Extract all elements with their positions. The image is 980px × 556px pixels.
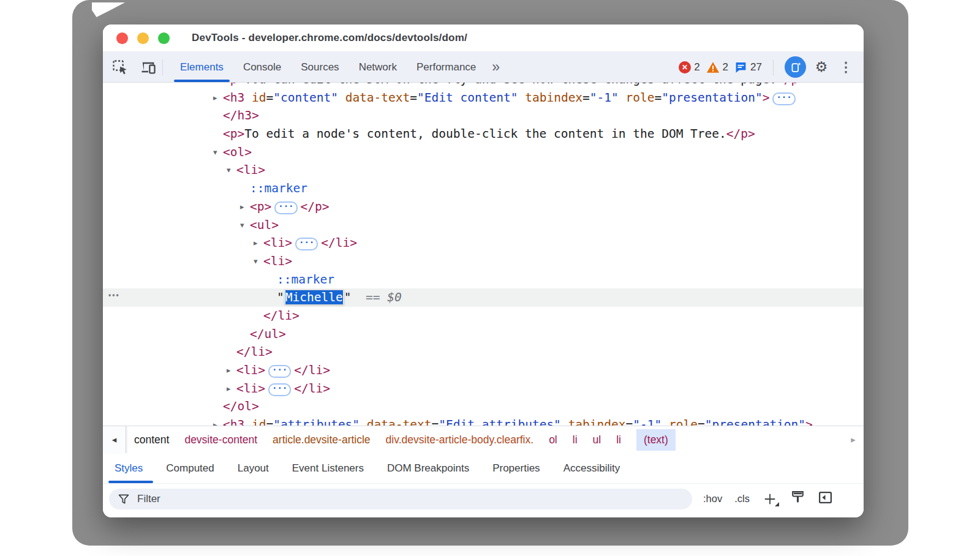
sidebar-tab-event-listeners[interactable]: Event Listeners (281, 453, 375, 483)
dom-tree-line[interactable]: </li> (103, 343, 864, 361)
device-toolbar-icon[interactable] (139, 58, 157, 77)
code-token (351, 290, 365, 304)
code-token (518, 91, 525, 105)
expand-arrow-icon[interactable]: ▸ (227, 380, 236, 398)
gear-icon[interactable]: ⚙ (812, 58, 831, 77)
node-options-dots-icon[interactable]: ••• (108, 287, 120, 305)
traffic-lights (116, 32, 170, 44)
code-token: <li> (263, 254, 292, 268)
expand-arrow-icon[interactable]: ▸ (213, 416, 223, 426)
sidebar-tab-styles[interactable]: Styles (113, 453, 154, 483)
breadcrumb-item[interactable]: content (134, 434, 169, 446)
expand-arrow-icon[interactable]: ▸ (254, 234, 263, 252)
breadcrumb-item[interactable]: ul (593, 434, 601, 446)
dom-tree-selected-node[interactable]: •••"Michelle" == $0 (103, 288, 864, 307)
dom-tree-line[interactable]: </li> (103, 307, 864, 325)
breadcrumb-item[interactable]: ol (549, 434, 557, 446)
collapse-arrow-icon[interactable]: ▾ (227, 161, 236, 179)
selected-text: Michelle (285, 290, 343, 304)
sidebar-tab-properties[interactable]: Properties (481, 453, 551, 483)
dom-tree-line[interactable]: ▾<li> (103, 161, 864, 179)
code-token: <h3 (223, 418, 244, 426)
funnel-icon (118, 493, 130, 505)
warning-badge[interactable]: 2 (706, 61, 728, 73)
dom-tree-line[interactable]: </ol> (103, 397, 864, 416)
code-token: <ul> (250, 218, 279, 232)
error-badge[interactable]: ✕ 2 (679, 61, 699, 73)
devtools-toolbar: ElementsConsoleSourcesNetworkPerformance… (103, 52, 864, 83)
more-tabs-icon[interactable]: » (486, 59, 504, 75)
dom-tree-line[interactable]: ▾<ul> (103, 216, 864, 235)
collapse-arrow-icon[interactable]: ▾ (240, 216, 250, 235)
expand-inline-icon[interactable]: ··· (295, 238, 318, 250)
code-token: "presentation" (705, 418, 805, 426)
dom-tree-line[interactable]: <p>To edit a node's content, double-clic… (103, 125, 864, 143)
error-icon: ✕ (679, 61, 691, 73)
new-style-rule-icon[interactable] (762, 491, 778, 507)
issues-badge[interactable]: 27 (734, 61, 762, 73)
sidebar-tab-layout[interactable]: Layout (226, 453, 281, 483)
sidebar-tab-accessibility[interactable]: Accessibility (552, 453, 632, 483)
expand-inline-icon[interactable]: ··· (268, 365, 291, 378)
expand-inline-icon[interactable]: ··· (274, 201, 297, 214)
dom-tree-line[interactable]: ▸<h3 id="content" data-text="Edit conten… (103, 89, 864, 107)
panel-tab-sources[interactable]: Sources (291, 52, 349, 82)
dom-tree-line[interactable]: <p>You can edit the DOM on the fly and s… (103, 83, 864, 89)
screenshot-stage: DevTools - developer.chrome.com/docs/dev… (0, 0, 980, 556)
collapse-arrow-icon[interactable]: ▾ (213, 143, 223, 162)
code-token: " (344, 290, 352, 304)
expand-inline-icon[interactable]: ··· (772, 92, 795, 105)
toggle-sidebar-icon[interactable] (818, 490, 833, 508)
dom-tree-line[interactable]: ▸<p>···</p> (103, 198, 864, 216)
code-token: $0 (387, 290, 401, 304)
expand-arrow-icon[interactable]: ▸ (240, 198, 250, 216)
code-token: "Edit attributes" (439, 418, 561, 426)
ai-assistant-icon[interactable] (785, 56, 806, 78)
filter-input[interactable] (137, 493, 687, 505)
dom-tree-line[interactable]: ▸<li>···</li> (103, 361, 864, 380)
sidebar-tab-computed[interactable]: Computed (154, 453, 225, 483)
dom-tree-line[interactable]: ::marker (103, 179, 864, 198)
minimize-window-button[interactable] (137, 32, 149, 44)
dom-tree-line[interactable]: ▸<li>···</li> (103, 380, 864, 398)
dom-tree-line[interactable]: ▸<h3 id="attributes" data-text="Edit att… (103, 416, 864, 426)
toggle-class-button[interactable]: .cls (734, 493, 750, 505)
style-filter-field[interactable] (109, 489, 692, 509)
expand-inline-icon[interactable]: ··· (268, 383, 291, 396)
expand-arrow-icon[interactable]: ▸ (213, 89, 223, 107)
close-window-button[interactable] (116, 32, 128, 44)
collapse-arrow-icon[interactable]: ▾ (254, 252, 263, 271)
window-title: DevTools - developer.chrome.com/docs/dev… (192, 32, 467, 44)
kebab-menu-icon[interactable]: ⋮ (837, 59, 855, 75)
panel-tab-performance[interactable]: Performance (407, 52, 486, 82)
breadcrumb-item[interactable]: li (616, 434, 621, 446)
dom-tree-line[interactable]: </h3> (103, 107, 864, 125)
rendering-icon[interactable] (790, 490, 805, 508)
panel-tab-elements[interactable]: Elements (170, 52, 233, 82)
breadcrumb-item[interactable]: devsite-content (184, 434, 257, 446)
breadcrumb-item[interactable]: (text) (636, 429, 676, 451)
zoom-window-button[interactable] (158, 32, 170, 44)
code-token: <p> (223, 83, 244, 86)
issues-count: 27 (750, 61, 762, 73)
expand-arrow-icon[interactable]: ▸ (227, 361, 236, 380)
panel-tab-console[interactable]: Console (233, 52, 291, 82)
crumb-scroll-left-button[interactable]: ◂ (103, 426, 126, 453)
panel-tab-network[interactable]: Network (349, 52, 407, 82)
dom-tree-line[interactable]: ▸<li>···</li> (103, 234, 864, 252)
code-token: To edit a node's content, double-click t… (244, 127, 726, 141)
dom-tree-line[interactable]: ▾<ol> (103, 143, 864, 162)
breadcrumb-item[interactable]: li (573, 434, 578, 446)
code-token: <li> (236, 363, 265, 377)
breadcrumb-item[interactable]: article.devsite-article (273, 434, 371, 446)
dom-tree-line[interactable]: </ul> (103, 325, 864, 344)
toggle-hover-state-button[interactable]: :hov (703, 493, 722, 505)
code-token (619, 91, 626, 105)
breadcrumb-item[interactable]: div.devsite-article-body.clearfix. (386, 434, 534, 446)
dom-tree-line[interactable]: ::marker (103, 271, 864, 289)
inspect-element-icon[interactable] (111, 58, 129, 77)
sidebar-tab-dom-breakpoints[interactable]: DOM Breakpoints (375, 453, 481, 483)
text-node-edit-box[interactable]: Michelle (285, 290, 344, 304)
crumb-scroll-right-button[interactable]: ▸ (843, 434, 864, 445)
dom-tree-line[interactable]: ▾<li> (103, 252, 864, 271)
